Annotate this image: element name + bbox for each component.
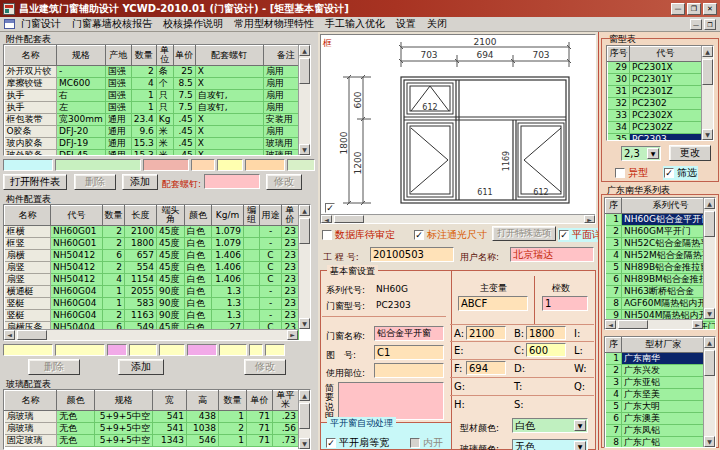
scroll-left-icon[interactable]: ◄ [4,330,15,340]
table-row[interactable]: 5广东大明 [606,401,706,413]
accessory-modify-button[interactable]: 修改 [266,174,302,190]
edit-cell-swatch[interactable] [159,344,185,356]
scroll-down-icon[interactable]: ▼ [702,129,713,140]
table-row[interactable]: 3广东亚铝 [606,377,706,389]
table-row[interactable]: 框横NH60G012210045度白色1.079-23 [5,225,299,237]
maker-vscroll[interactable]: ▲▼ [703,337,715,447]
table-row[interactable]: 扇玻璃无色5+9+5中空5411038271.56 [5,422,299,434]
table-row[interactable]: 外开双片铰-国强2条25X扇用 [5,65,309,77]
edit-cell-swatch[interactable] [191,159,215,171]
count-input[interactable] [542,296,588,311]
table-row[interactable]: 35PC2303 [608,134,702,142]
wintype-vscroll[interactable]: ▲▼ [701,46,713,140]
table-row[interactable]: 7NH63断桥铝合金 [606,286,717,298]
filter-checkbox[interactable]: ✓ 筛选 [663,166,698,180]
edit-cell-swatch[interactable] [245,159,285,171]
scrollbar-thumb[interactable] [299,403,310,429]
user-name-input[interactable] [510,247,594,262]
scrollbar-thumb[interactable] [704,211,715,237]
components-modify-button[interactable]: 修改 [244,359,286,375]
table-row[interactable]: 31PC2301Z [608,86,702,98]
chevron-down-icon[interactable]: ▼ [647,148,659,159]
table-row[interactable]: 7广东凤铝 [606,425,706,437]
menu-item[interactable]: 设置 [396,17,416,31]
menu-item[interactable]: 关闭 [427,17,447,31]
inward-open-checkbox[interactable]: 内开 [410,436,443,450]
maximize-button[interactable]: ❐ [687,3,701,15]
table-row[interactable]: 32PC2302 [608,98,702,110]
table-row[interactable]: 玻外胶条DFJ-45通用15.3米.45X玻璃用 [5,149,309,156]
accessory-delete-button[interactable]: 删除 [74,174,116,190]
window-name-input[interactable] [374,326,444,341]
scroll-right-icon[interactable]: ► [692,320,703,329]
minimize-button[interactable]: — [671,3,685,15]
table-row[interactable]: 框包装带宽300mm通用23.4Kg.45X安装用 [5,113,309,125]
menu-item[interactable]: 手工输入优化 [325,17,385,31]
scrollbar-thumb[interactable] [702,59,713,85]
scroll-down-icon[interactable]: ▼ [299,438,310,449]
open-accessory-button[interactable]: 打开附件表 [3,174,67,190]
table-row[interactable]: 6广东澳美 [606,413,706,425]
drawing-hscroll[interactable]: ◄► [321,214,595,223]
scrollbar-thumb[interactable] [618,320,648,329]
edit-cell-swatch[interactable] [265,344,285,356]
scroll-down-icon[interactable]: ▼ [299,318,310,329]
close-button[interactable]: ✕ [703,3,717,15]
scroll-up-icon[interactable]: ▲ [704,198,715,209]
scroll-right-icon[interactable]: ► [287,330,298,340]
table-row[interactable]: 4NH52M铝合金隔热平 [606,250,717,262]
menu-item[interactable]: 门窗幕墙校核报告 [72,17,152,31]
table-row[interactable]: 3NH52C铝合金隔热平 [606,238,717,250]
scrollbar-thumb[interactable] [299,58,310,84]
table-row[interactable]: 竖梃NH60G04158390度白色1.3-23 [5,297,299,309]
scrollbar-thumb[interactable] [17,330,47,340]
dim-light-checkbox[interactable]: ✓ 标注通光尺寸 [414,228,487,242]
edit-cell-swatch[interactable] [107,344,127,356]
scroll-right-icon[interactable]: ► [584,215,595,223]
edit-cell-swatch[interactable] [287,159,315,171]
edit-cell-swatch[interactable] [219,344,247,356]
edit-cell-swatch[interactable] [55,344,105,356]
table-row[interactable]: 固定玻璃无色5+9+5中空1343546171.73 [5,434,299,446]
table-row[interactable]: 30PC2301Y [608,74,702,86]
edit-cell-swatch[interactable] [187,344,217,356]
location-input[interactable] [374,363,444,378]
main-var-input[interactable] [458,296,528,311]
scroll-up-icon[interactable]: ▲ [299,205,310,216]
db-pending-checkbox[interactable]: 数据库待审定 [322,228,395,242]
figure-no-input[interactable] [374,345,444,360]
table-row[interactable]: 29PC2301X [608,62,702,74]
scroll-up-icon[interactable]: ▲ [702,46,713,57]
equal-width-checkbox[interactable]: ✓ 平开扇等宽 [326,436,389,450]
menu-item[interactable]: 校核操作说明 [163,17,223,31]
table-row[interactable]: 8广东广铝 [606,437,706,449]
chevron-down-icon[interactable]: ▼ [574,441,586,450]
table-row[interactable]: 2广东兴发 [606,365,706,377]
table-row[interactable]: O胶条DFJ-20通用9.6米.45X扇用 [5,125,309,137]
components-hscroll[interactable]: ◄► [4,329,298,340]
series-vscroll[interactable]: ▲▼ [703,198,715,319]
screw-input[interactable] [204,174,260,189]
var-a-input[interactable] [466,326,506,340]
table-row[interactable]: 5NH89B铝合金推拉窗 [606,262,717,274]
table-row[interactable]: 1广东南华 [606,353,706,365]
table-row[interactable]: 执手右国强1只7.5自攻钉,扇用 [5,89,309,101]
wintype-combo[interactable]: 2,3 ▼ [621,146,661,161]
menu-item[interactable]: 门窗设计 [21,17,61,31]
table-row[interactable]: 扇竖NH50412255445度白色1.406C23 [5,261,299,273]
components-delete-button[interactable]: 删除 [28,359,80,375]
menu-item[interactable]: 常用型材物理特性 [234,17,314,31]
table-row[interactable]: 33PC2302X [608,110,702,122]
table-row[interactable]: 横通梃NH60G041205590度白色1.3-23 [5,285,299,297]
edit-cell-swatch[interactable] [249,344,263,356]
table-row[interactable]: 34PC2302Z [608,122,702,134]
project-no-input[interactable] [370,247,454,262]
change-button[interactable]: 更改 [669,145,711,161]
table-row[interactable]: 扇横NH50412665745度白色1.406C23 [5,249,299,261]
var-b-input[interactable] [526,326,566,340]
scroll-up-icon[interactable]: ▲ [299,45,310,56]
table-row[interactable]: 4广东坚美 [606,389,706,401]
child-minimize-button[interactable]: — [690,19,702,30]
brief-textarea[interactable] [338,382,444,420]
table-row[interactable]: 框竖NH60G012180045度白色1.079-23 [5,237,299,249]
